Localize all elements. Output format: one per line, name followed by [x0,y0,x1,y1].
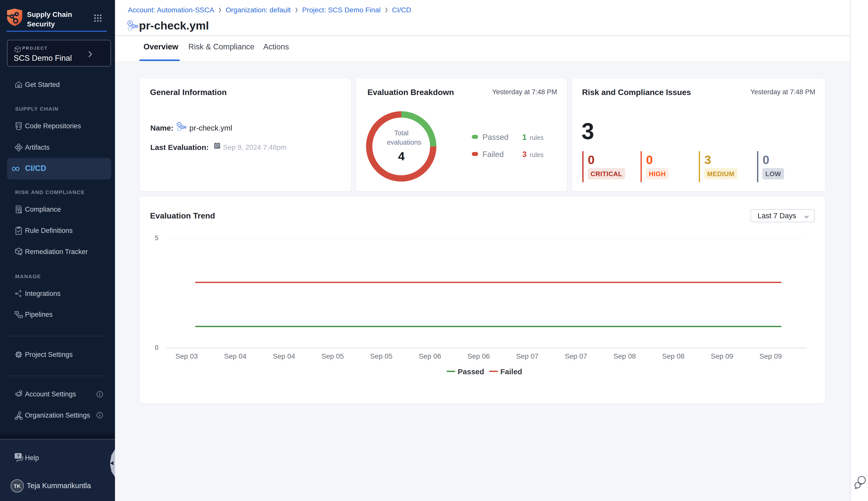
svg-text:?: ? [17,454,19,458]
